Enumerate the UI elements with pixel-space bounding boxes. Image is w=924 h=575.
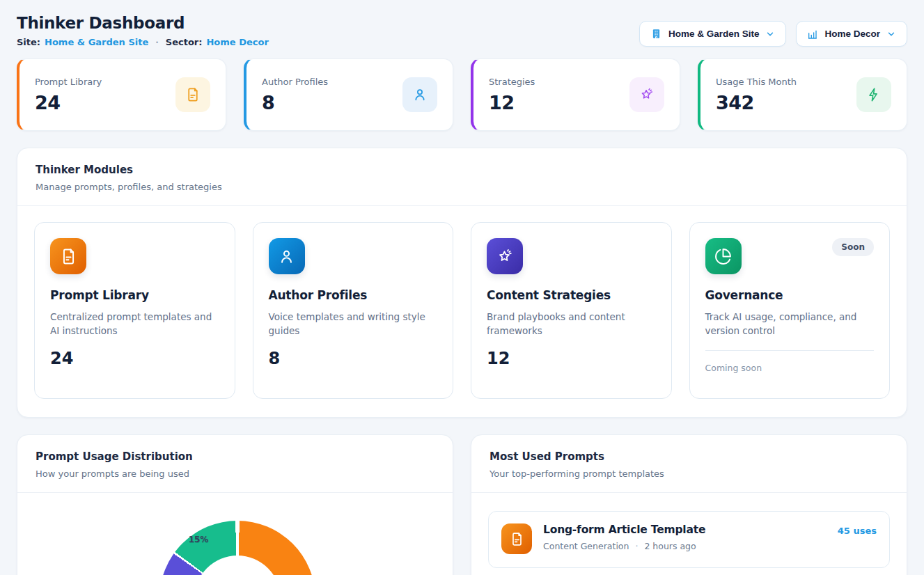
sector-label: Sector:	[166, 37, 203, 47]
module-title: Content Strategies	[487, 288, 656, 302]
most-used-prompts-card: Most Used Prompts Your top-performing pr…	[471, 434, 907, 575]
module-card-content-strategies[interactable]: Content Strategies Brand playbooks and c…	[471, 222, 672, 399]
thinker-modules-section: Thinker Modules Manage prompts, profiles…	[17, 148, 907, 418]
modules-title: Thinker Modules	[36, 164, 888, 176]
stat-text: Prompt Library 24	[35, 77, 102, 113]
sector-selector-dropdown[interactable]: Home Decor	[796, 21, 907, 47]
pie-chart-icon	[705, 238, 742, 274]
usage-donut-chart[interactable]: 15%	[159, 521, 315, 575]
usage-subtitle: How your prompts are being used	[36, 468, 434, 479]
header-left: Thinker Dashboard Site: Home & Garden Si…	[17, 14, 269, 47]
dashboard-page: Thinker Dashboard Site: Home & Garden Si…	[0, 0, 924, 575]
building-icon	[650, 28, 662, 40]
document-icon	[50, 238, 86, 274]
donut-chart-area: 15%	[17, 493, 453, 575]
usage-distribution-card: Prompt Usage Distribution How your promp…	[17, 434, 453, 575]
coming-soon-text: Coming soon	[705, 350, 875, 373]
list-item-long-form-article[interactable]: Long-form Article Template Content Gener…	[488, 511, 890, 568]
bar-chart-icon	[807, 29, 818, 40]
module-card-prompt-library[interactable]: Prompt Library Centralized prompt templa…	[34, 222, 235, 399]
site-selector-label: Home & Garden Site	[668, 29, 760, 39]
prompts-header: Most Used Prompts Your top-performing pr…	[471, 435, 907, 492]
user-icon	[269, 238, 305, 274]
modules-header: Thinker Modules Manage prompts, profiles…	[17, 148, 907, 205]
stat-card-author-profiles: Author Profiles 8	[244, 58, 453, 131]
sparkle-star-icon	[629, 77, 664, 112]
site-link[interactable]: Home & Garden Site	[45, 37, 148, 47]
stat-label: Prompt Library	[35, 77, 102, 87]
stat-value: 24	[35, 92, 102, 113]
usage-header: Prompt Usage Distribution How your promp…	[17, 435, 453, 492]
sector-selector-label: Home Decor	[824, 29, 880, 39]
module-title: Author Profiles	[269, 288, 438, 302]
module-title: Prompt Library	[50, 288, 219, 302]
sector-link[interactable]: Home Decor	[206, 37, 268, 47]
stat-text: Strategies 12	[489, 77, 535, 113]
chevron-down-icon	[886, 29, 896, 39]
prompt-category: Content Generation	[543, 541, 629, 551]
module-count: 8	[269, 349, 438, 368]
prompts-title: Most Used Prompts	[490, 450, 888, 463]
prompt-item-text: Long-form Article Template Content Gener…	[543, 523, 705, 551]
module-card-governance[interactable]: Soon Governance Track AI usage, complian…	[689, 222, 891, 399]
module-description: Brand playbooks and content frameworks	[487, 310, 656, 338]
breadcrumb-separator: ·	[152, 38, 162, 47]
module-title: Governance	[705, 288, 875, 302]
stat-value: 12	[489, 92, 535, 113]
prompt-time: 2 hours ago	[644, 541, 696, 551]
header-actions: Home & Garden Site Home Decor	[639, 21, 907, 47]
stat-value: 8	[262, 92, 328, 113]
user-icon	[402, 77, 437, 112]
module-count: 24	[50, 349, 219, 368]
sparkle-star-icon	[487, 238, 523, 274]
stat-text: Author Profiles 8	[262, 77, 328, 113]
module-description: Track AI usage, compliance, and version …	[705, 310, 875, 338]
modules-grid: Prompt Library Centralized prompt templa…	[17, 206, 907, 417]
page-header: Thinker Dashboard Site: Home & Garden Si…	[17, 14, 907, 47]
breadcrumb: Site: Home & Garden Site · Sector: Home …	[17, 37, 269, 47]
module-count: 12	[487, 349, 656, 368]
stat-card-prompt-library: Prompt Library 24	[17, 58, 226, 131]
site-label: Site:	[17, 37, 40, 47]
stat-card-usage: Usage This Month 342	[698, 58, 907, 131]
document-icon	[501, 523, 532, 554]
stat-label: Usage This Month	[716, 77, 797, 87]
stat-value: 342	[716, 92, 797, 113]
stat-label: Strategies	[489, 77, 535, 87]
prompt-list: Long-form Article Template Content Gener…	[471, 493, 907, 575]
prompt-item-title: Long-form Article Template	[543, 523, 705, 536]
module-card-author-profiles[interactable]: Author Profiles Voice templates and writ…	[253, 222, 454, 399]
page-title: Thinker Dashboard	[17, 14, 269, 32]
soon-badge: Soon	[832, 238, 874, 256]
donut-slice-label: 15%	[189, 535, 209, 544]
modules-subtitle: Manage prompts, profiles, and strategies	[36, 182, 888, 192]
stat-text: Usage This Month 342	[716, 77, 797, 113]
uses-badge: 45 uses	[838, 526, 877, 536]
module-description: Centralized prompt templates and AI inst…	[50, 310, 219, 338]
document-icon	[175, 77, 210, 112]
usage-title: Prompt Usage Distribution	[36, 450, 434, 463]
lightning-icon	[856, 77, 891, 112]
stat-card-strategies: Strategies 12	[471, 58, 680, 131]
site-selector-dropdown[interactable]: Home & Garden Site	[639, 21, 787, 47]
stats-row: Prompt Library 24 Author Profiles 8	[17, 58, 907, 131]
module-description: Voice templates and writing style guides	[269, 310, 438, 338]
meta-separator: ·	[635, 541, 638, 551]
prompts-subtitle: Your top-performing prompt templates	[490, 468, 888, 479]
chevron-down-icon	[765, 29, 775, 39]
bottom-row: Prompt Usage Distribution How your promp…	[17, 434, 907, 575]
prompt-item-meta: Content Generation · 2 hours ago	[543, 541, 705, 551]
stat-label: Author Profiles	[262, 77, 328, 87]
